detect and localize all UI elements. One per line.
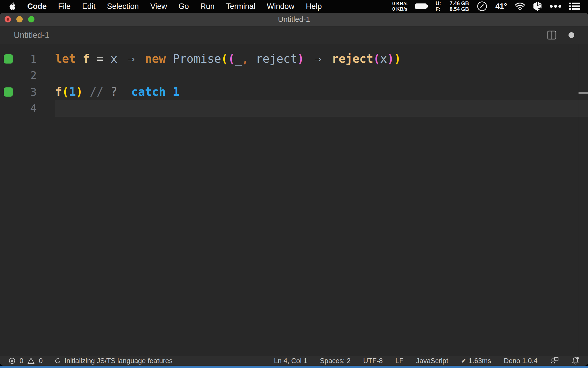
menu-help[interactable]: Help [306,2,322,11]
language-status[interactable]: Initializing JS/TS language features [54,357,173,365]
net-up: 0 KB/s [392,1,407,6]
editor-header: Untitled-1 [0,26,588,44]
indentation[interactable]: Spaces: 2 [320,357,351,365]
network-speed[interactable]: 0 KB/s 0 KB/s [392,1,407,12]
editor-row-3: 3f(1) // ? catch 1 [0,84,588,100]
language-mode[interactable]: JavaScript [416,357,448,365]
quokka-run-time[interactable]: ✔ 1.63ms [461,357,491,365]
menu-window[interactable]: Window [267,2,294,11]
line-number-4: 4 [0,102,55,115]
editor-row-1: 1let f = x ⇒ new Promise((_, reject) ⇒ r… [0,51,588,67]
wifi-icon[interactable] [514,2,525,10]
menu-bar: CodeFileEditSelectionViewGoRunTerminalWi… [0,0,588,13]
error-icon [9,357,16,364]
list-icon[interactable] [569,2,581,11]
mem-free-value: 8.54 GB [450,6,469,12]
code-line-1[interactable]: let f = x ⇒ new Promise((_, reject) ⇒ re… [55,51,588,67]
notifications-bell-icon[interactable] [571,356,579,365]
deno-version[interactable]: Deno 1.0.4 [504,357,537,365]
code-line-2[interactable] [55,67,588,84]
overview-ruler-seam [578,44,578,356]
cursor-position[interactable]: Ln 4, Col 1 [274,357,307,365]
window-title: Untitled-1 [278,15,310,24]
menu-bar-status-area: 0 KB/s 0 KB/s U: 7.46 GB F: 8.54 GB 41° [392,1,588,12]
code-line-3[interactable]: f(1) // ? catch 1 [55,84,588,100]
vscode-window: Untitled-1 Untitled-1 1let f = x ⇒ new P… [0,13,588,366]
close-button[interactable] [5,16,11,22]
quokka-coverage-indicator [4,87,13,97]
encoding[interactable]: UTF-8 [363,357,383,365]
status-bar-right: Ln 4, Col 1Spaces: 2UTF-8LFJavaScript✔ 1… [274,356,579,365]
code-line-4[interactable] [55,100,588,117]
more-dots-icon[interactable] [550,5,562,8]
status-message: Initializing JS/TS language features [65,357,173,365]
minimize-button[interactable] [16,16,23,22]
dock-edge-strip [0,366,588,368]
cube-icon[interactable] [533,1,542,11]
eol-sequence[interactable]: LF [395,357,403,365]
apple-logo-icon[interactable] [9,2,16,10]
status-bar: 0 0 Initializing JS/TS language features… [0,356,588,366]
split-editor-icon[interactable] [547,30,556,40]
compass-icon[interactable] [476,1,488,12]
temperature[interactable]: 41° [495,2,507,11]
memory-usage[interactable]: U: 7.46 GB F: 8.54 GB [436,1,469,12]
error-count: 0 [20,357,23,365]
battery-icon[interactable] [415,3,428,10]
warning-count: 0 [39,357,42,365]
menu-go[interactable]: Go [179,2,189,11]
title-bar[interactable]: Untitled-1 [0,13,588,26]
tab-untitled-1[interactable]: Untitled-1 [14,30,49,40]
mem-used-label: U: [436,1,441,6]
menu-view[interactable]: View [150,2,167,11]
menu-code[interactable]: Code [27,2,47,11]
screen: CodeFileEditSelectionViewGoRunTerminalWi… [0,0,588,368]
problems-indicator[interactable]: 0 0 [9,357,43,365]
menu-terminal[interactable]: Terminal [226,2,255,11]
traffic-lights [5,13,34,26]
editor-row-4: 4 [0,100,588,117]
editor-row-2: 2 [0,67,588,84]
menu-bar-left: CodeFileEditSelectionViewGoRunTerminalWi… [0,2,322,11]
sync-spinner-icon [54,357,61,364]
feedback-icon[interactable] [550,357,559,365]
menu-file[interactable]: File [58,2,71,11]
warning-icon [27,357,35,364]
dirty-indicator-dot[interactable] [568,32,574,38]
overview-ruler-cursor-mark [579,92,588,94]
line-number-2: 2 [0,69,55,82]
quokka-coverage-indicator [4,54,13,64]
mem-free-label: F: [436,6,441,12]
zoom-button[interactable] [28,16,34,22]
menu-selection[interactable]: Selection [107,2,139,11]
mem-used-value: 7.46 GB [450,1,469,6]
menu-edit[interactable]: Edit [82,2,96,11]
net-down: 0 KB/s [392,6,407,12]
code-editor[interactable]: 1let f = x ⇒ new Promise((_, reject) ⇒ r… [0,44,588,356]
editor-actions [547,30,588,40]
menu-run[interactable]: Run [200,2,215,11]
